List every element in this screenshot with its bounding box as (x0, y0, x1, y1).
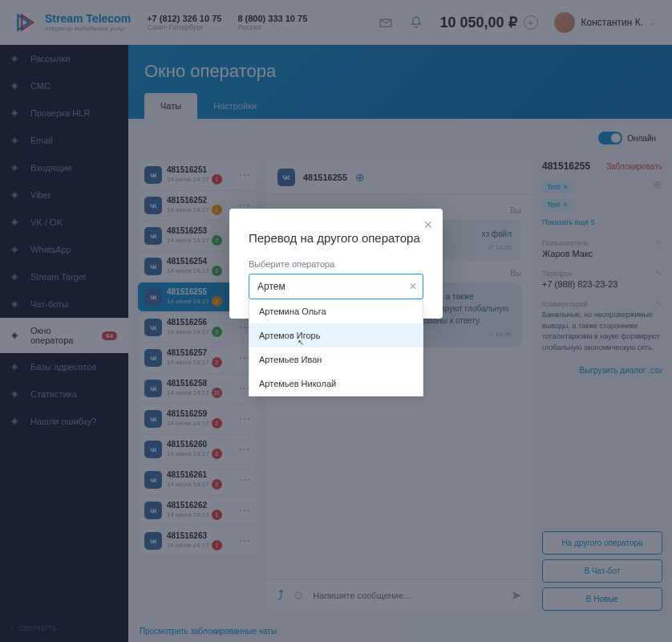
dropdown-option[interactable]: Артемина Ольга (249, 299, 423, 323)
dropdown-option[interactable]: Артемов Игорь↖ (249, 323, 423, 347)
operator-dropdown: Артемина ОльгаАртемов Игорь↖Артемьев Ива… (249, 299, 423, 396)
modal-overlay[interactable]: ✕ Перевод на другого оператора Выберите … (0, 0, 672, 642)
dropdown-option[interactable]: Артемьев Николай (249, 372, 423, 396)
transfer-modal: ✕ Перевод на другого оператора Выберите … (229, 209, 443, 319)
clear-input-icon[interactable]: ✕ (409, 281, 417, 292)
operator-search-input[interactable] (249, 274, 423, 299)
close-icon[interactable]: ✕ (423, 218, 433, 231)
modal-label: Выберите оператора (249, 259, 423, 269)
dropdown-option[interactable]: Артемьев Иван (249, 347, 423, 372)
modal-title: Перевод на другого оператора (249, 231, 423, 245)
